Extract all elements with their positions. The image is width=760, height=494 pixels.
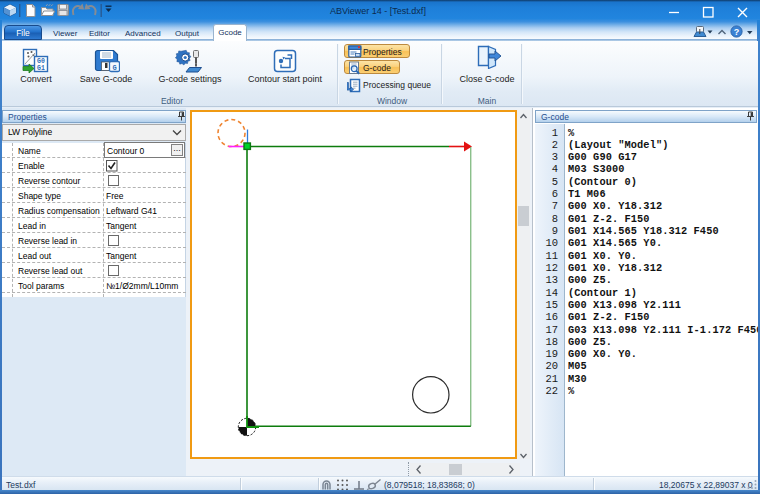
svg-text:G: G: [112, 64, 116, 72]
svg-text:G1: G1: [37, 65, 45, 72]
svg-text:?: ?: [734, 27, 740, 37]
